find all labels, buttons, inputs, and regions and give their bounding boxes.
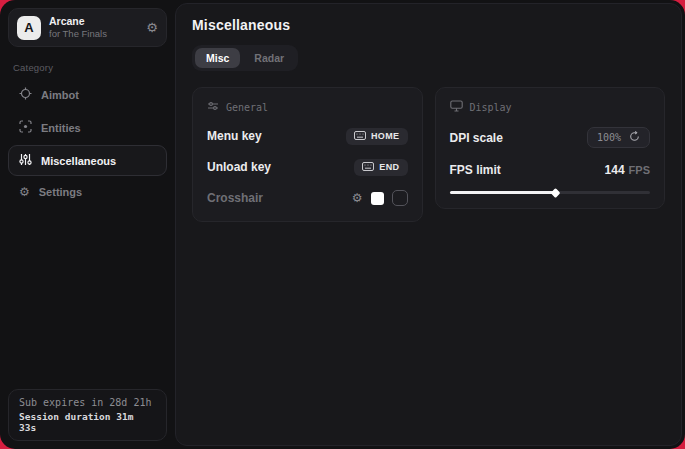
fps-number: 144 (605, 163, 625, 177)
sidebar-item-label: Miscellaneous (41, 155, 116, 167)
keyboard-icon (354, 131, 366, 142)
refresh-icon (629, 131, 640, 144)
page-title: Miscellaneous (192, 17, 665, 33)
gear-icon[interactable]: ⚙ (146, 21, 158, 34)
unload-key-row: Unload key END (207, 158, 408, 176)
fps-limit-label: FPS limit (450, 163, 501, 177)
dpi-scale-value: 100% (597, 132, 621, 143)
menu-key-label: Menu key (207, 129, 262, 143)
crosshair-row: Crosshair ⚙ (207, 189, 408, 207)
sub-expiry-text: Sub expires in 28d 21h (19, 397, 156, 408)
sliders-icon (19, 153, 32, 168)
dpi-scale-row: DPI scale 100% (450, 127, 651, 148)
app-logo: A (17, 16, 41, 40)
fps-limit-slider[interactable] (450, 191, 651, 194)
unload-key-button[interactable]: END (354, 159, 407, 176)
sidebar-item-label: Entities (41, 122, 81, 134)
menu-key-button[interactable]: HOME (346, 128, 408, 145)
general-card-header: General (207, 100, 408, 114)
settings-cards: General Menu key (192, 87, 665, 222)
category-label: Category (13, 62, 162, 73)
tab-misc[interactable]: Misc (195, 48, 240, 68)
general-card: General Menu key (192, 87, 423, 222)
app-window: A Arcane for The Finals ⚙ Category Aimbo… (0, 0, 685, 449)
sidebar-header-card: A Arcane for The Finals ⚙ (8, 8, 167, 47)
unload-key-value: END (379, 162, 399, 172)
crosshair-checkbox[interactable] (392, 190, 408, 206)
display-card-header: Display (450, 100, 651, 114)
monitor-icon (450, 100, 463, 114)
sliders-mini-icon (207, 100, 219, 114)
unload-key-label: Unload key (207, 160, 271, 174)
sidebar-item-label: Settings (39, 186, 82, 198)
menu-key-row: Menu key HOME (207, 127, 408, 145)
fps-slider-thumb[interactable] (550, 188, 560, 198)
app-title: Arcane (49, 15, 107, 28)
sidebar-item-aimbot[interactable]: Aimbot (8, 79, 167, 110)
general-card-title: General (226, 102, 268, 113)
fps-unit: FPS (629, 164, 650, 176)
fps-limit-value: 144 FPS (605, 163, 650, 177)
display-card-title: Display (470, 102, 512, 113)
dpi-scale-label: DPI scale (450, 131, 503, 145)
app-subtitle: for The Finals (49, 28, 107, 40)
fps-slider-fill (450, 191, 556, 194)
app-title-block: Arcane for The Finals (49, 15, 107, 40)
crosshair-controls: ⚙ (352, 190, 408, 206)
fps-limit-row: FPS limit 144 FPS (450, 161, 651, 179)
tab-radar[interactable]: Radar (243, 48, 295, 68)
sidebar-item-settings[interactable]: ⚙ Settings (8, 178, 167, 206)
display-card: Display DPI scale 100% (435, 87, 666, 209)
sidebar-item-label: Aimbot (41, 89, 79, 101)
gear-icon: ⚙ (19, 186, 30, 198)
menu-key-value: HOME (371, 131, 400, 141)
sidebar-item-entities[interactable]: Entities (8, 112, 167, 143)
crosshair-color-swatch[interactable] (371, 192, 384, 205)
keyboard-icon (362, 162, 374, 173)
sidebar: A Arcane for The Finals ⚙ Category Aimbo… (0, 0, 175, 449)
subscription-info-card: Sub expires in 28d 21h Session duration … (8, 389, 167, 441)
gear-icon[interactable]: ⚙ (352, 192, 363, 204)
scan-icon (19, 120, 32, 135)
crosshair-icon (19, 87, 32, 102)
session-duration-text: Session duration 31m 33s (19, 411, 156, 433)
dpi-scale-control[interactable]: 100% (587, 127, 650, 148)
sidebar-item-miscellaneous[interactable]: Miscellaneous (8, 145, 167, 176)
sidebar-nav: Aimbot Entities (8, 79, 167, 206)
crosshair-label: Crosshair (207, 191, 263, 205)
main-panel: Miscellaneous Misc Radar Gene (175, 3, 682, 446)
tab-bar: Misc Radar (192, 45, 298, 71)
